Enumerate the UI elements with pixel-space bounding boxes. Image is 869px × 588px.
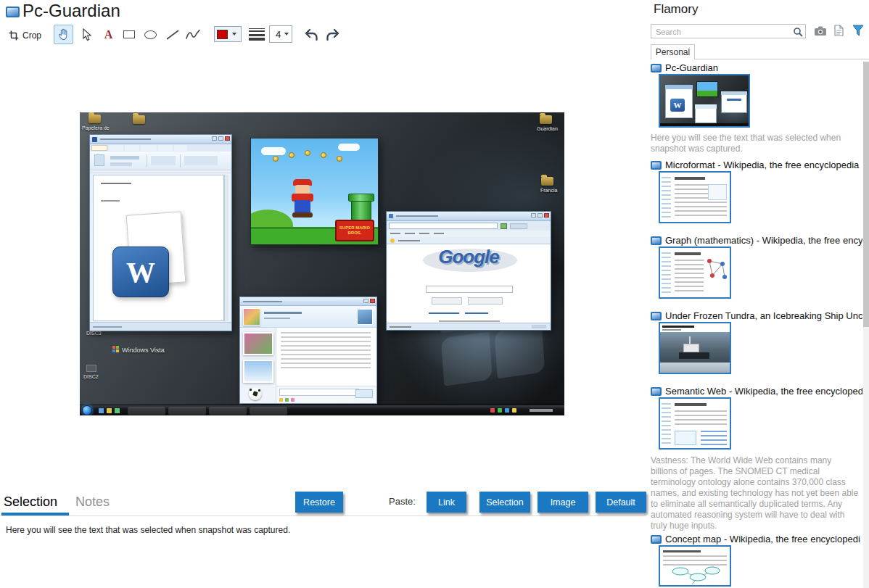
thumb-word-titlebar [665, 85, 693, 89]
close-button [370, 299, 375, 303]
thumb-diagram-box [675, 431, 696, 445]
snapshot-thumbnail[interactable]: W [659, 74, 750, 128]
caption-buttons [212, 136, 230, 141]
snapshot-thumbnail[interactable] [659, 171, 731, 223]
text-tool-button[interactable]: A [99, 25, 118, 44]
snapshot-icon-glass [652, 537, 660, 542]
snapshot-item-label: Pc-Guardian [665, 62, 718, 73]
snapshot-canvas[interactable]: Papelera de Guardian Francia DISC3 DISC2… [80, 112, 564, 415]
ellipse-tool-button[interactable] [141, 25, 160, 44]
word-title-text [100, 138, 151, 140]
snapshot-item-title[interactable]: Graph (mathematics) - Wikipedia, the fre… [651, 235, 862, 246]
thumb-graph-figure [705, 257, 728, 284]
ribbon-control [110, 162, 132, 166]
snapshot-item-title[interactable]: Microformat - Wikipedia, the free encycl… [651, 160, 862, 170]
snapshot-window-icon [6, 7, 20, 17]
camera-icon[interactable] [814, 26, 827, 39]
document-text-line [101, 200, 120, 202]
color-swatch [217, 30, 228, 39]
search-chip [510, 223, 527, 229]
snapshot-item-label: Concept map - Wikipedia, the free encycl… [665, 534, 860, 544]
snapshot-thumbnail[interactable] [659, 397, 731, 450]
star-icon [390, 239, 395, 243]
word-scrollbar [224, 175, 228, 321]
quicklaunch-icon [115, 408, 120, 413]
start-orb [82, 405, 92, 415]
line-tool-button[interactable] [162, 25, 182, 44]
paste-image-button[interactable]: Image [538, 492, 588, 513]
snapshot-icon [651, 236, 662, 245]
ribbon-tab [125, 145, 139, 151]
search-box [651, 24, 806, 38]
crop-button[interactable]: Crop [4, 26, 46, 44]
line-width-glyph [249, 28, 265, 29]
freehand-tool-button[interactable] [183, 25, 202, 44]
select-tool-button[interactable] [76, 25, 96, 44]
maximize-button [538, 213, 543, 218]
redo-button[interactable] [323, 25, 342, 44]
desktop-folder-icon [133, 115, 145, 124]
thumb-concept-map [670, 566, 721, 587]
crop-label: Crop [22, 30, 41, 41]
desktop-folder-icon [88, 115, 101, 123]
shared-photo [243, 360, 273, 383]
desktop-icon-label: Guardian [537, 126, 558, 131]
size-dropdown[interactable]: 4 [269, 25, 292, 43]
ribbon-group [94, 154, 104, 166]
google-logo: Google [387, 246, 551, 268]
google-search-button [432, 297, 462, 305]
tab-notes[interactable]: Notes [75, 494, 110, 510]
undo-button[interactable] [301, 25, 321, 44]
word-window: W [89, 134, 232, 331]
paste-selection-button[interactable]: Selection [479, 492, 530, 513]
tab-personal[interactable]: Personal [651, 44, 695, 59]
browser-window: Google [386, 211, 551, 331]
ribbon-tabs [90, 144, 231, 152]
sidebar-scrollbar-thumb[interactable] [863, 62, 869, 327]
tray-icon [498, 408, 502, 413]
snapshot-item-title[interactable]: Concept map - Wikipedia, the free encycl… [651, 534, 862, 544]
crop-icon [9, 30, 19, 41]
hand-tool-button[interactable] [54, 25, 73, 44]
mario-overalls [295, 200, 310, 213]
paste-default-button[interactable]: Default [596, 492, 646, 513]
minimize-button [212, 136, 217, 141]
page: Pc-Guardian Crop A 4 [0, 0, 869, 588]
tabs-divider [0, 515, 646, 516]
snapshot-item-description: Here you will see the text that was sele… [651, 133, 848, 154]
browser-title-text [396, 215, 438, 217]
rectangle-tool-button[interactable] [119, 25, 139, 44]
snapshot-item-description: Vastness: The World Wide Web contains ma… [651, 455, 860, 531]
line-width-button[interactable] [249, 28, 265, 41]
snapshot-thumbnail[interactable] [659, 545, 731, 587]
snapshot-thumbnail[interactable] [659, 247, 731, 299]
thumb-wiki-heading [675, 177, 705, 180]
desktop-icon-label: Papelera de [82, 125, 110, 131]
snapshot-item-title[interactable]: Under Frozen Tundra, an Icebreaking Ship… [651, 310, 862, 321]
document-text-line [101, 183, 131, 184]
funnel-icon[interactable] [852, 24, 865, 40]
restore-button[interactable]: Restore [295, 492, 343, 513]
send-button [355, 389, 373, 398]
status-text [93, 326, 122, 328]
document-icon[interactable] [834, 25, 844, 39]
go-button [501, 223, 507, 229]
messenger-header [240, 306, 376, 328]
paste-link-button[interactable]: Link [427, 492, 466, 513]
color-picker-dropdown[interactable] [214, 26, 242, 42]
snapshot-thumbnail[interactable] [659, 322, 731, 374]
search-icon[interactable] [793, 27, 803, 40]
emoticon-icon [285, 398, 289, 402]
ship-hull [679, 352, 709, 359]
tray-icon [512, 408, 516, 413]
ribbon-separator [180, 154, 181, 167]
taskbar [80, 405, 564, 415]
search-input[interactable] [651, 25, 805, 38]
snapshot-item-title[interactable]: Pc-Guardian [651, 62, 862, 73]
clock-text [530, 409, 553, 412]
tab-selection[interactable]: Selection [4, 494, 57, 510]
thumb-wiki-nav [662, 403, 671, 445]
desktop-folder-icon [541, 177, 553, 186]
snapshot-item-title[interactable]: Semantic Web - Wikipedia, the free encyc… [651, 386, 862, 397]
snapshot-icon-glass [652, 162, 660, 168]
